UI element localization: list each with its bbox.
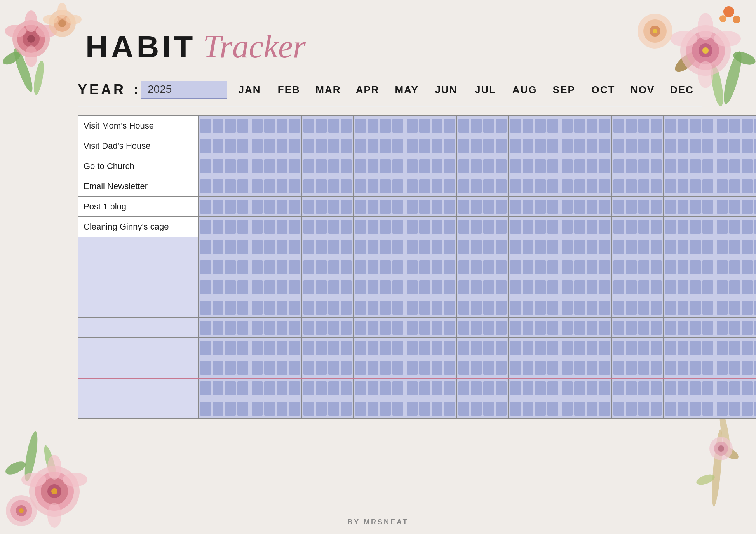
check-box[interactable] [407,260,418,274]
check-box[interactable] [717,321,728,335]
check-box[interactable] [213,119,223,133]
check-box[interactable] [213,301,223,315]
check-box[interactable] [289,402,300,416]
check-box[interactable] [754,240,756,254]
check-box[interactable] [213,220,223,234]
month-cell-sep[interactable] [612,257,664,277]
month-cell-oct[interactable] [664,378,715,398]
check-box[interactable] [341,119,352,133]
check-box[interactable] [444,179,455,193]
check-box[interactable] [535,220,546,234]
check-box[interactable] [626,280,637,294]
check-box[interactable] [547,119,558,133]
check-box[interactable] [510,280,521,294]
month-cell-jun[interactable] [457,378,509,398]
check-box[interactable] [200,139,211,153]
check-box[interactable] [587,139,597,153]
year-input[interactable] [141,81,227,99]
check-box[interactable] [328,179,339,193]
check-box[interactable] [380,159,391,173]
month-cell-sep[interactable] [612,156,664,176]
check-box[interactable] [678,381,688,395]
check-box[interactable] [407,321,418,335]
month-cell-jun[interactable] [457,338,509,358]
check-box[interactable] [523,159,533,173]
check-box[interactable] [638,159,649,173]
check-box[interactable] [264,159,275,173]
check-box[interactable] [277,179,287,193]
check-box[interactable] [355,159,366,173]
check-box[interactable] [328,159,339,173]
month-cell-feb[interactable] [250,156,302,176]
check-box[interactable] [458,159,469,173]
check-box[interactable] [523,200,533,214]
check-box[interactable] [599,381,610,395]
check-box[interactable] [277,341,287,355]
check-box[interactable] [574,260,585,274]
check-box[interactable] [368,139,378,153]
check-box[interactable] [717,301,728,315]
check-box[interactable] [483,159,494,173]
check-box[interactable] [341,301,352,315]
check-box[interactable] [407,301,418,315]
check-box[interactable] [328,402,339,416]
check-box[interactable] [368,361,378,375]
check-box[interactable] [717,159,728,173]
check-box[interactable] [392,341,403,355]
check-box[interactable] [458,139,469,153]
check-box[interactable] [690,240,701,254]
check-box[interactable] [444,119,455,133]
check-box[interactable] [316,139,327,153]
check-box[interactable] [754,119,756,133]
check-box[interactable] [729,240,740,254]
check-box[interactable] [678,361,688,375]
check-box[interactable] [444,361,455,375]
check-box[interactable] [200,220,211,234]
month-cell-jul[interactable] [509,136,560,156]
check-box[interactable] [458,381,469,395]
check-box[interactable] [328,220,339,234]
check-box[interactable] [523,240,533,254]
check-box[interactable] [729,159,740,173]
check-box[interactable] [483,220,494,234]
check-box[interactable] [355,301,366,315]
month-cell-mar[interactable] [302,116,354,136]
check-box[interactable] [316,280,327,294]
check-box[interactable] [392,321,403,335]
month-cell-sep[interactable] [612,277,664,297]
month-cell-nov[interactable] [715,197,756,217]
check-box[interactable] [754,341,756,355]
check-box[interactable] [626,381,637,395]
check-box[interactable] [547,240,558,254]
check-box[interactable] [587,381,597,395]
month-cell-may[interactable] [405,378,457,398]
check-box[interactable] [328,341,339,355]
check-box[interactable] [407,381,418,395]
check-box[interactable] [742,361,753,375]
check-box[interactable] [523,381,533,395]
check-box[interactable] [702,301,713,315]
check-box[interactable] [277,139,287,153]
check-box[interactable] [535,139,546,153]
check-box[interactable] [729,139,740,153]
month-cell-jan[interactable] [199,237,250,257]
month-cell-may[interactable] [405,116,457,136]
month-cell-oct[interactable] [664,136,715,156]
check-box[interactable] [237,402,248,416]
check-box[interactable] [535,200,546,214]
check-box[interactable] [458,200,469,214]
check-box[interactable] [496,381,507,395]
check-box[interactable] [690,321,701,335]
check-box[interactable] [510,220,521,234]
check-box[interactable] [368,119,378,133]
check-box[interactable] [252,139,263,153]
check-box[interactable] [754,361,756,375]
check-box[interactable] [690,381,701,395]
check-box[interactable] [355,179,366,193]
month-cell-may[interactable] [405,197,457,217]
month-cell-may[interactable] [405,156,457,176]
check-box[interactable] [392,139,403,153]
check-box[interactable] [289,321,300,335]
month-cell-feb[interactable] [250,237,302,257]
check-box[interactable] [562,402,573,416]
